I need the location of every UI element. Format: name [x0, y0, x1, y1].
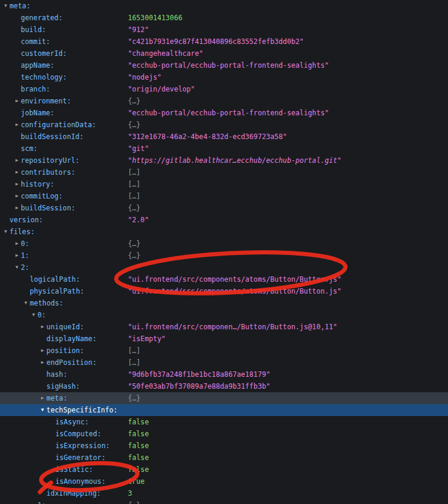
tree-row[interactable]: version:"2.0" — [0, 214, 448, 226]
expand-icon[interactable]: ▶ — [13, 250, 21, 262]
key-label: physicalPath: — [30, 285, 84, 297]
tree-row[interactable]: logicalPath:"ui.frontend/src/components/… — [0, 273, 448, 285]
key-label: configurationData: — [21, 119, 96, 131]
expand-icon[interactable]: ▶ — [13, 202, 21, 214]
tree-row[interactable]: ▼methods: — [0, 297, 448, 309]
tree-row[interactable]: ▶buildSession:{…} — [0, 202, 448, 214]
key-label: sigHash: — [46, 380, 80, 392]
tree-row[interactable]: appName:"ecchub-portal/ecchub-portal-fro… — [0, 59, 448, 71]
key-label: history: — [21, 178, 54, 190]
tree-row[interactable]: ▶endPosition:[…] — [0, 357, 448, 368]
value-label: "nodejs" — [128, 71, 161, 83]
key-label: commitLog: — [21, 190, 62, 202]
tree-row[interactable]: isComputed:false — [0, 428, 448, 440]
value-label: "ecchub-portal/ecchub-portal-frontend-se… — [128, 107, 329, 119]
key-label: appName: — [21, 59, 54, 71]
tree-row[interactable]: ▶1:{…} — [0, 499, 448, 504]
tree-row[interactable]: build:"912" — [0, 24, 448, 36]
expand-icon[interactable]: ▶ — [13, 119, 21, 131]
tree-row[interactable]: ▶commitLog:[…] — [0, 190, 448, 202]
tree-row[interactable]: technology:"nodejs" — [0, 71, 448, 83]
tree-row[interactable]: displayName:"isEmpty" — [0, 333, 448, 345]
value-label: "git" — [128, 143, 149, 155]
expand-icon[interactable]: ▶ — [13, 190, 21, 202]
devtools-json-viewer: { "colors": { "background": "#1a1b1e", "… — [0, 0, 448, 504]
tree-row[interactable]: ▼2: — [0, 262, 448, 273]
tree-row[interactable]: commit:"c421b7931e9c87f413040896c83552fe… — [0, 36, 448, 48]
tree-row[interactable]: ▼techSpecificInfo: — [0, 404, 448, 416]
value-label: "ui.frontend/src/componen…/Button/Button… — [128, 321, 337, 333]
tree-row[interactable]: jobName:"ecchub-portal/ecchub-portal-fro… — [0, 107, 448, 119]
collapse-icon[interactable]: ▼ — [39, 404, 46, 416]
tree-row[interactable]: scm:"git" — [0, 143, 448, 155]
expand-icon[interactable]: ▶ — [39, 345, 46, 357]
expand-icon[interactable]: ▶ — [39, 357, 46, 368]
key-label: environment: — [21, 95, 71, 107]
tree-row[interactable]: physicalPath:"ui.frontend/src/components… — [0, 285, 448, 297]
key-label: version: — [10, 214, 43, 226]
key-label: contributors: — [21, 166, 75, 178]
key-label: 1: — [37, 499, 46, 504]
tree-row[interactable]: ▶history:[…] — [0, 178, 448, 190]
tree-row[interactable]: isAnonymous:true — [0, 475, 448, 487]
value-label: false — [128, 416, 149, 428]
expand-icon[interactable]: ▶ — [39, 321, 46, 333]
value-label: {…} — [128, 392, 140, 404]
tree-row[interactable]: sigHash:"50fe03ab7bf37089a7e88da9b31ffb3… — [0, 380, 448, 392]
key-label: 0: — [37, 309, 46, 321]
expand-icon[interactable]: ▶ — [13, 238, 21, 250]
expand-icon[interactable]: ▶ — [13, 155, 21, 166]
key-label: files: — [10, 226, 35, 238]
tree-row[interactable]: ▶environment:{…} — [0, 95, 448, 107]
key-label: logicalPath: — [30, 273, 80, 285]
key-label: isStatic: — [55, 464, 93, 475]
tree-row[interactable]: generated:1653001413066 — [0, 12, 448, 24]
tree-row[interactable]: ▶1:{…} — [0, 250, 448, 262]
value-label: "312e1678-46a2-4be4-832d-ecd369723a58" — [128, 131, 287, 143]
tree-row[interactable]: ▶0:{…} — [0, 238, 448, 250]
value-label: "changehealthcare" — [128, 48, 203, 59]
key-label: uniqueId: — [46, 321, 84, 333]
collapse-icon[interactable]: ▼ — [30, 309, 37, 321]
tree-row[interactable]: isGenerator:false — [0, 452, 448, 464]
collapse-icon[interactable]: ▼ — [22, 297, 30, 309]
tree-row[interactable]: branch:"origin/develop" — [0, 83, 448, 95]
key-label: commit: — [21, 36, 50, 48]
value-label: false — [128, 464, 149, 475]
tree-row[interactable]: ▶configurationData:{…} — [0, 119, 448, 131]
expand-icon[interactable]: ▶ — [13, 166, 21, 178]
tree-row[interactable]: ▼meta: — [0, 0, 448, 12]
collapse-icon[interactable]: ▼ — [13, 262, 21, 273]
key-label: branch: — [21, 83, 50, 95]
tree-row[interactable]: ▶uniqueId:"ui.frontend/src/componen…/But… — [0, 321, 448, 333]
key-label: 2: — [21, 262, 29, 273]
tree-row[interactable]: customerId:"changehealthcare" — [0, 48, 448, 59]
value-label: "ecchub-portal/ecchub-portal-frontend-se… — [128, 59, 329, 71]
value-label: false — [128, 440, 149, 452]
tree-row[interactable]: ▶position:[…] — [0, 345, 448, 357]
value-label: {…} — [128, 202, 140, 214]
key-label: build: — [21, 24, 46, 36]
tree-row[interactable]: idxInMapping:3 — [0, 487, 448, 499]
value-label: […] — [128, 178, 140, 190]
tree-row[interactable]: ▶repositoryUrl:"https://gitlab.healthcar… — [0, 155, 448, 166]
tree-row[interactable]: buildSessionId:"312e1678-46a2-4be4-832d-… — [0, 131, 448, 143]
tree-row[interactable]: isStatic:false — [0, 464, 448, 475]
expand-icon[interactable]: ▶ — [39, 392, 46, 404]
tree-row[interactable]: ▼files: — [0, 226, 448, 238]
tree-row[interactable]: ▼0: — [0, 309, 448, 321]
tree-row[interactable]: isExpression:false — [0, 440, 448, 452]
expand-icon[interactable]: ▶ — [13, 178, 21, 190]
collapse-icon[interactable]: ▼ — [2, 0, 10, 12]
tree-row[interactable]: isAsync:false — [0, 416, 448, 428]
collapse-icon[interactable]: ▼ — [2, 226, 10, 238]
tree-row[interactable]: hash:"9d6bfb37a248f1be1bc18a867ae18179" — [0, 368, 448, 380]
expand-icon[interactable]: ▶ — [30, 499, 37, 504]
value-label: true — [128, 475, 145, 487]
key-label: scm: — [21, 143, 37, 155]
key-label: 0: — [21, 238, 29, 250]
tree-row[interactable]: ▶meta:{…} — [0, 392, 448, 404]
tree-row[interactable]: ▶contributors:[…] — [0, 166, 448, 178]
expand-icon[interactable]: ▶ — [13, 95, 21, 107]
value-label: […] — [128, 166, 140, 178]
